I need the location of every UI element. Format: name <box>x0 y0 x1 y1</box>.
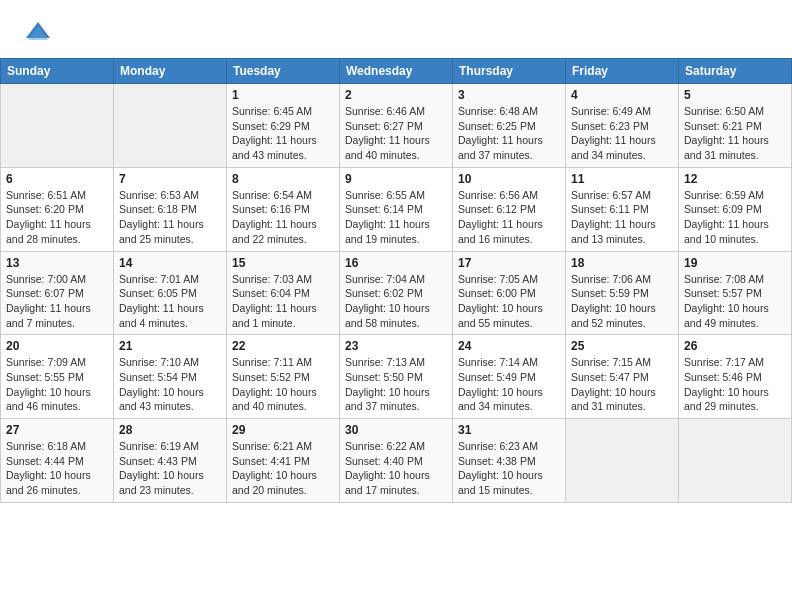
day-detail: Sunrise: 6:56 AMSunset: 6:12 PMDaylight:… <box>458 188 560 247</box>
day-detail: Sunrise: 6:45 AMSunset: 6:29 PMDaylight:… <box>232 104 334 163</box>
calendar-week-row: 1Sunrise: 6:45 AMSunset: 6:29 PMDaylight… <box>1 84 792 168</box>
day-number: 9 <box>345 172 447 186</box>
day-detail: Sunrise: 6:22 AMSunset: 4:40 PMDaylight:… <box>345 439 447 498</box>
calendar-day-cell: 30Sunrise: 6:22 AMSunset: 4:40 PMDayligh… <box>340 419 453 503</box>
day-detail: Sunrise: 6:21 AMSunset: 4:41 PMDaylight:… <box>232 439 334 498</box>
day-of-week-header: Monday <box>114 59 227 84</box>
day-number: 31 <box>458 423 560 437</box>
calendar-week-row: 20Sunrise: 7:09 AMSunset: 5:55 PMDayligh… <box>1 335 792 419</box>
day-of-week-header: Wednesday <box>340 59 453 84</box>
calendar-day-cell: 20Sunrise: 7:09 AMSunset: 5:55 PMDayligh… <box>1 335 114 419</box>
calendar-day-cell: 11Sunrise: 6:57 AMSunset: 6:11 PMDayligh… <box>566 167 679 251</box>
day-number: 28 <box>119 423 221 437</box>
day-detail: Sunrise: 7:11 AMSunset: 5:52 PMDaylight:… <box>232 355 334 414</box>
day-number: 7 <box>119 172 221 186</box>
day-detail: Sunrise: 7:03 AMSunset: 6:04 PMDaylight:… <box>232 272 334 331</box>
day-of-week-header: Friday <box>566 59 679 84</box>
day-of-week-header: Thursday <box>453 59 566 84</box>
calendar-day-cell: 17Sunrise: 7:05 AMSunset: 6:00 PMDayligh… <box>453 251 566 335</box>
day-number: 27 <box>6 423 108 437</box>
day-detail: Sunrise: 7:13 AMSunset: 5:50 PMDaylight:… <box>345 355 447 414</box>
day-number: 24 <box>458 339 560 353</box>
day-number: 23 <box>345 339 447 353</box>
calendar-day-cell <box>1 84 114 168</box>
calendar-day-cell: 22Sunrise: 7:11 AMSunset: 5:52 PMDayligh… <box>227 335 340 419</box>
day-detail: Sunrise: 7:10 AMSunset: 5:54 PMDaylight:… <box>119 355 221 414</box>
day-detail: Sunrise: 6:57 AMSunset: 6:11 PMDaylight:… <box>571 188 673 247</box>
day-detail: Sunrise: 6:53 AMSunset: 6:18 PMDaylight:… <box>119 188 221 247</box>
calendar-day-cell: 5Sunrise: 6:50 AMSunset: 6:21 PMDaylight… <box>679 84 792 168</box>
day-number: 16 <box>345 256 447 270</box>
day-detail: Sunrise: 7:09 AMSunset: 5:55 PMDaylight:… <box>6 355 108 414</box>
calendar-day-cell: 10Sunrise: 6:56 AMSunset: 6:12 PMDayligh… <box>453 167 566 251</box>
day-detail: Sunrise: 6:55 AMSunset: 6:14 PMDaylight:… <box>345 188 447 247</box>
day-number: 4 <box>571 88 673 102</box>
day-number: 5 <box>684 88 786 102</box>
logo <box>20 18 52 50</box>
day-detail: Sunrise: 7:15 AMSunset: 5:47 PMDaylight:… <box>571 355 673 414</box>
calendar-day-cell: 1Sunrise: 6:45 AMSunset: 6:29 PMDaylight… <box>227 84 340 168</box>
day-number: 3 <box>458 88 560 102</box>
day-detail: Sunrise: 7:04 AMSunset: 6:02 PMDaylight:… <box>345 272 447 331</box>
calendar-day-cell: 21Sunrise: 7:10 AMSunset: 5:54 PMDayligh… <box>114 335 227 419</box>
logo-icon <box>24 18 52 46</box>
calendar-day-cell: 27Sunrise: 6:18 AMSunset: 4:44 PMDayligh… <box>1 419 114 503</box>
calendar-day-cell: 18Sunrise: 7:06 AMSunset: 5:59 PMDayligh… <box>566 251 679 335</box>
day-number: 17 <box>458 256 560 270</box>
day-detail: Sunrise: 6:19 AMSunset: 4:43 PMDaylight:… <box>119 439 221 498</box>
day-detail: Sunrise: 7:17 AMSunset: 5:46 PMDaylight:… <box>684 355 786 414</box>
calendar-day-cell: 9Sunrise: 6:55 AMSunset: 6:14 PMDaylight… <box>340 167 453 251</box>
day-detail: Sunrise: 6:23 AMSunset: 4:38 PMDaylight:… <box>458 439 560 498</box>
calendar-day-cell: 29Sunrise: 6:21 AMSunset: 4:41 PMDayligh… <box>227 419 340 503</box>
calendar-day-cell: 24Sunrise: 7:14 AMSunset: 5:49 PMDayligh… <box>453 335 566 419</box>
calendar-week-row: 27Sunrise: 6:18 AMSunset: 4:44 PMDayligh… <box>1 419 792 503</box>
calendar-day-cell: 26Sunrise: 7:17 AMSunset: 5:46 PMDayligh… <box>679 335 792 419</box>
day-detail: Sunrise: 7:00 AMSunset: 6:07 PMDaylight:… <box>6 272 108 331</box>
calendar-day-cell: 25Sunrise: 7:15 AMSunset: 5:47 PMDayligh… <box>566 335 679 419</box>
day-number: 30 <box>345 423 447 437</box>
day-number: 26 <box>684 339 786 353</box>
calendar-day-cell: 6Sunrise: 6:51 AMSunset: 6:20 PMDaylight… <box>1 167 114 251</box>
calendar-day-cell <box>114 84 227 168</box>
day-number: 10 <box>458 172 560 186</box>
day-number: 22 <box>232 339 334 353</box>
day-detail: Sunrise: 6:50 AMSunset: 6:21 PMDaylight:… <box>684 104 786 163</box>
calendar-day-cell: 23Sunrise: 7:13 AMSunset: 5:50 PMDayligh… <box>340 335 453 419</box>
day-number: 21 <box>119 339 221 353</box>
day-detail: Sunrise: 7:14 AMSunset: 5:49 PMDaylight:… <box>458 355 560 414</box>
calendar-day-cell: 4Sunrise: 6:49 AMSunset: 6:23 PMDaylight… <box>566 84 679 168</box>
day-number: 11 <box>571 172 673 186</box>
day-number: 29 <box>232 423 334 437</box>
day-number: 2 <box>345 88 447 102</box>
calendar-day-cell <box>566 419 679 503</box>
calendar-day-cell: 14Sunrise: 7:01 AMSunset: 6:05 PMDayligh… <box>114 251 227 335</box>
day-number: 1 <box>232 88 334 102</box>
day-detail: Sunrise: 6:46 AMSunset: 6:27 PMDaylight:… <box>345 104 447 163</box>
calendar-day-cell: 15Sunrise: 7:03 AMSunset: 6:04 PMDayligh… <box>227 251 340 335</box>
calendar-day-cell: 16Sunrise: 7:04 AMSunset: 6:02 PMDayligh… <box>340 251 453 335</box>
day-number: 12 <box>684 172 786 186</box>
calendar-day-cell: 13Sunrise: 7:00 AMSunset: 6:07 PMDayligh… <box>1 251 114 335</box>
day-detail: Sunrise: 6:18 AMSunset: 4:44 PMDaylight:… <box>6 439 108 498</box>
day-number: 13 <box>6 256 108 270</box>
day-number: 14 <box>119 256 221 270</box>
day-number: 20 <box>6 339 108 353</box>
day-number: 18 <box>571 256 673 270</box>
calendar-day-cell: 8Sunrise: 6:54 AMSunset: 6:16 PMDaylight… <box>227 167 340 251</box>
calendar-week-row: 6Sunrise: 6:51 AMSunset: 6:20 PMDaylight… <box>1 167 792 251</box>
calendar-table: SundayMondayTuesdayWednesdayThursdayFrid… <box>0 58 792 503</box>
day-detail: Sunrise: 7:05 AMSunset: 6:00 PMDaylight:… <box>458 272 560 331</box>
day-detail: Sunrise: 6:48 AMSunset: 6:25 PMDaylight:… <box>458 104 560 163</box>
calendar-header-row: SundayMondayTuesdayWednesdayThursdayFrid… <box>1 59 792 84</box>
day-detail: Sunrise: 6:59 AMSunset: 6:09 PMDaylight:… <box>684 188 786 247</box>
calendar-day-cell: 7Sunrise: 6:53 AMSunset: 6:18 PMDaylight… <box>114 167 227 251</box>
calendar-day-cell: 12Sunrise: 6:59 AMSunset: 6:09 PMDayligh… <box>679 167 792 251</box>
day-number: 15 <box>232 256 334 270</box>
day-number: 25 <box>571 339 673 353</box>
calendar-day-cell: 31Sunrise: 6:23 AMSunset: 4:38 PMDayligh… <box>453 419 566 503</box>
calendar-day-cell: 19Sunrise: 7:08 AMSunset: 5:57 PMDayligh… <box>679 251 792 335</box>
calendar-day-cell: 2Sunrise: 6:46 AMSunset: 6:27 PMDaylight… <box>340 84 453 168</box>
day-of-week-header: Saturday <box>679 59 792 84</box>
day-number: 8 <box>232 172 334 186</box>
day-detail: Sunrise: 7:08 AMSunset: 5:57 PMDaylight:… <box>684 272 786 331</box>
